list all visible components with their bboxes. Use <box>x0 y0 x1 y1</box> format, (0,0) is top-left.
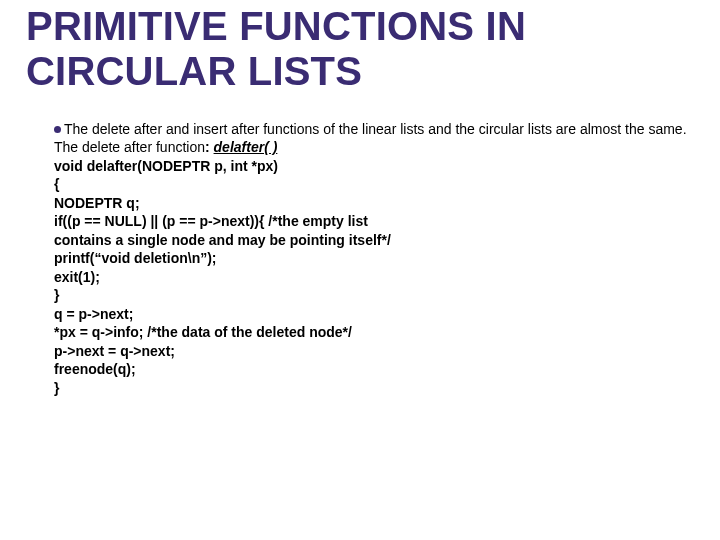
code-line-11: p->next = q->next; <box>54 343 175 359</box>
intro-text-1: The delete after and insert after functi… <box>54 120 690 138</box>
bullet-block: The delete after and insert after functi… <box>54 120 690 397</box>
bullet-icon <box>54 126 61 133</box>
code-line-13: } <box>54 380 59 396</box>
code-line-1: void delafter(NODEPTR p, int *px) <box>54 158 278 174</box>
slide: PRIMITIVE FUNCTIONS IN CIRCULAR LISTS Th… <box>0 0 720 540</box>
code-line-8: } <box>54 287 59 303</box>
code-line-4: if((p == NULL) || (p == p->next)){ /*the… <box>54 213 368 229</box>
code-line-10: *px = q->info; /*the data of the deleted… <box>54 324 352 340</box>
code-line-9: q = p->next; <box>54 306 133 322</box>
intro-text-2a: The delete after function <box>54 139 205 155</box>
code-line-7: exit(1); <box>54 269 100 285</box>
code-line-2: { <box>54 176 59 192</box>
code-line-5: contains a single node and may be pointi… <box>54 232 391 248</box>
code-line-6: printf(“void deletion\n”); <box>54 250 217 266</box>
code-line-3: NODEPTR q; <box>54 195 140 211</box>
slide-title: PRIMITIVE FUNCTIONS IN CIRCULAR LISTS <box>26 4 690 94</box>
code-line-12: freenode(q); <box>54 361 136 377</box>
slide-body: The delete after and insert after functi… <box>54 120 690 397</box>
intro-text-2b: : <box>205 139 214 155</box>
intro-text-2c: delafter( ) <box>214 139 278 155</box>
